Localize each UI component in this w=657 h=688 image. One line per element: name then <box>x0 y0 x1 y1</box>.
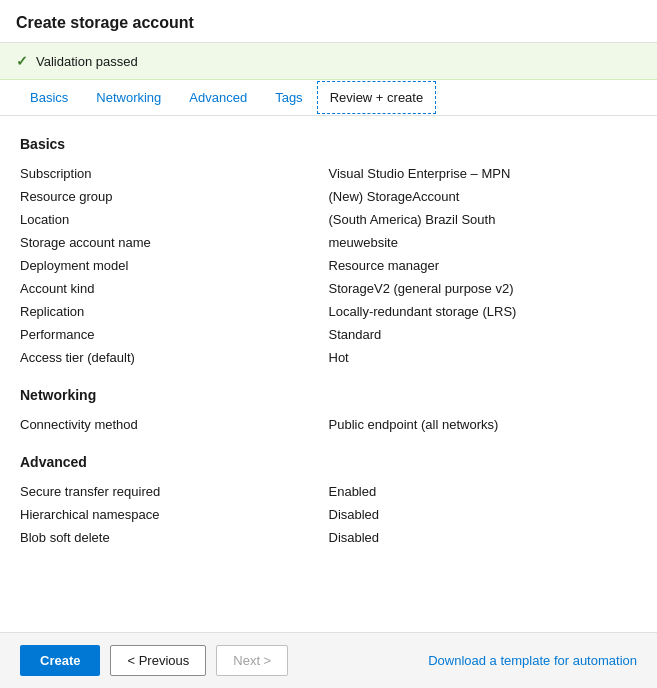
tab-advanced[interactable]: Advanced <box>175 80 261 115</box>
row-value: StorageV2 (general purpose v2) <box>329 277 638 300</box>
basics-section: Basics Subscription Visual Studio Enterp… <box>20 136 637 369</box>
row-value: Hot <box>329 346 638 369</box>
row-value: Enabled <box>329 480 638 503</box>
row-label: Deployment model <box>20 254 329 277</box>
row-label: Hierarchical namespace <box>20 503 329 526</box>
table-row: Hierarchical namespace Disabled <box>20 503 637 526</box>
tab-networking[interactable]: Networking <box>82 80 175 115</box>
advanced-section-title: Advanced <box>20 454 637 470</box>
footer-bar: Create < Previous Next > Download a temp… <box>0 632 657 688</box>
row-label: Storage account name <box>20 231 329 254</box>
advanced-table: Secure transfer required Enabled Hierarc… <box>20 480 637 549</box>
page-header: Create storage account <box>0 0 657 43</box>
row-label: Replication <box>20 300 329 323</box>
row-label: Location <box>20 208 329 231</box>
table-row: Performance Standard <box>20 323 637 346</box>
validation-banner: ✓ Validation passed <box>0 43 657 80</box>
row-value: Standard <box>329 323 638 346</box>
content-area: Basics Subscription Visual Studio Enterp… <box>0 116 657 583</box>
basics-section-title: Basics <box>20 136 637 152</box>
table-row: Storage account name meuwebsite <box>20 231 637 254</box>
row-value: meuwebsite <box>329 231 638 254</box>
tab-tags[interactable]: Tags <box>261 80 316 115</box>
row-value: Visual Studio Enterprise – MPN <box>329 162 638 185</box>
row-label: Blob soft delete <box>20 526 329 549</box>
table-row: Location (South America) Brazil South <box>20 208 637 231</box>
page-title: Create storage account <box>16 14 641 32</box>
create-button[interactable]: Create <box>20 645 100 676</box>
table-row: Access tier (default) Hot <box>20 346 637 369</box>
row-label: Performance <box>20 323 329 346</box>
tab-review-create[interactable]: Review + create <box>317 81 437 114</box>
previous-button[interactable]: < Previous <box>110 645 206 676</box>
row-label: Subscription <box>20 162 329 185</box>
networking-table: Connectivity method Public endpoint (all… <box>20 413 637 436</box>
table-row: Subscription Visual Studio Enterprise – … <box>20 162 637 185</box>
basics-table: Subscription Visual Studio Enterprise – … <box>20 162 637 369</box>
row-label: Account kind <box>20 277 329 300</box>
row-value: Disabled <box>329 503 638 526</box>
download-template-link[interactable]: Download a template for automation <box>428 653 637 668</box>
row-value: Locally-redundant storage (LRS) <box>329 300 638 323</box>
row-value: Disabled <box>329 526 638 549</box>
table-row: Secure transfer required Enabled <box>20 480 637 503</box>
networking-section-title: Networking <box>20 387 637 403</box>
row-value: (South America) Brazil South <box>329 208 638 231</box>
networking-section: Networking Connectivity method Public en… <box>20 387 637 436</box>
row-value: Resource manager <box>329 254 638 277</box>
row-label: Secure transfer required <box>20 480 329 503</box>
table-row: Blob soft delete Disabled <box>20 526 637 549</box>
table-row: Replication Locally-redundant storage (L… <box>20 300 637 323</box>
next-button: Next > <box>216 645 288 676</box>
row-label: Access tier (default) <box>20 346 329 369</box>
tab-basics[interactable]: Basics <box>16 80 82 115</box>
advanced-section: Advanced Secure transfer required Enable… <box>20 454 637 549</box>
table-row: Account kind StorageV2 (general purpose … <box>20 277 637 300</box>
validation-text: Validation passed <box>36 54 138 69</box>
table-row: Deployment model Resource manager <box>20 254 637 277</box>
table-row: Connectivity method Public endpoint (all… <box>20 413 637 436</box>
table-row: Resource group (New) StorageAccount <box>20 185 637 208</box>
tabs-bar: Basics Networking Advanced Tags Review +… <box>0 80 657 116</box>
row-value: Public endpoint (all networks) <box>329 413 638 436</box>
row-label: Resource group <box>20 185 329 208</box>
row-value: (New) StorageAccount <box>329 185 638 208</box>
checkmark-icon: ✓ <box>16 53 28 69</box>
row-label: Connectivity method <box>20 413 329 436</box>
